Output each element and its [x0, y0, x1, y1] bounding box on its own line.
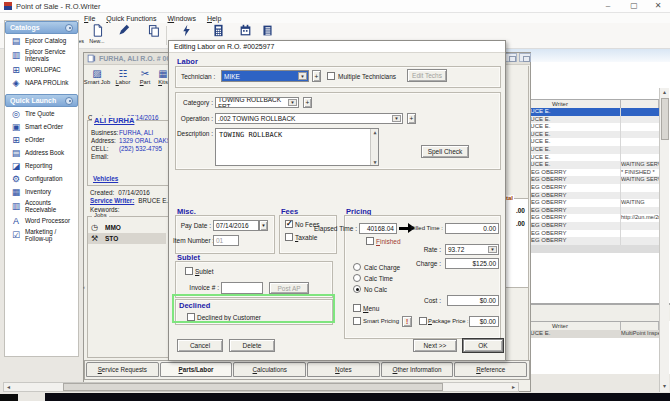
service-writer-link[interactable]: Service Writer:: [90, 197, 134, 204]
sidebar-header-quick-launch[interactable]: Quick Launch: [5, 94, 78, 107]
menu-item[interactable]: File: [84, 15, 95, 22]
package-price-field[interactable]: $0.00: [469, 316, 499, 327]
radio-icon[interactable]: [353, 274, 361, 282]
edit-button[interactable]: [110, 24, 136, 48]
ro-tab[interactable]: Service Requests: [86, 362, 159, 377]
maximize-icon[interactable]: ▢: [624, 0, 644, 12]
menu-checkbox[interactable]: [353, 304, 361, 312]
finished-checkbox[interactable]: [366, 237, 374, 245]
job-row[interactable]: ◷ MMO: [88, 222, 166, 233]
minimize-icon[interactable]: –: [598, 0, 618, 12]
ro-tab[interactable]: Parts/Labor: [160, 362, 233, 377]
smart-pricing-checkbox[interactable]: [353, 317, 361, 325]
vertical-scrollbar[interactable]: ▴ ▾: [659, 88, 669, 392]
pay-date-dropdown[interactable]: ▼: [259, 220, 268, 231]
sidebar-item[interactable]: ▥ Epicor Service Intervals: [5, 47, 78, 63]
post-ap-button[interactable]: Post AP: [269, 282, 309, 294]
category-combo[interactable]: TOWING ROLLBACK FRT ▼: [215, 97, 299, 108]
sidebar-item[interactable]: ▣ Smart eOrder: [5, 120, 78, 133]
elapsed-time-field[interactable]: 40168.04: [359, 223, 397, 234]
ro-tab[interactable]: Notes: [307, 362, 380, 377]
radio-icon[interactable]: [353, 285, 361, 293]
panel-gear-icon[interactable]: [65, 97, 73, 105]
vehicles-link[interactable]: Vehicles: [93, 175, 118, 182]
delete-button[interactable]: Delete: [229, 339, 275, 352]
no-fees-checkbox[interactable]: [285, 220, 293, 228]
smart-pricing-warning-button[interactable]: !: [402, 316, 412, 327]
item-number-field[interactable]: 01: [213, 235, 239, 246]
customer-name-link[interactable]: ALI FURHA: [92, 116, 136, 125]
chevron-down-icon[interactable]: ▼: [288, 99, 297, 106]
chevron-down-icon[interactable]: ▼: [298, 72, 307, 80]
radio-icon[interactable]: [353, 263, 361, 271]
ro-tab[interactable]: Other Information: [381, 362, 454, 377]
sidebar-item[interactable]: ◎ Tire Quote: [5, 107, 78, 120]
labor-button[interactable]: ☷ Labor: [111, 68, 135, 85]
ok-button[interactable]: OK: [463, 339, 503, 352]
sidebar-item[interactable]: ⚙ Configuration: [5, 172, 78, 185]
sidebar-item[interactable]: ⊞ WORLDPAC: [5, 63, 78, 76]
chevron-down-icon[interactable]: ▼: [392, 115, 401, 122]
menu-item[interactable]: Help: [207, 15, 221, 22]
billed-time-field[interactable]: 0.00: [445, 223, 499, 234]
calc-option[interactable]: No Calc: [353, 284, 423, 295]
job-row[interactable]: ⚒ STO: [88, 233, 166, 244]
description-textarea[interactable]: TOWING ROLLBACK ▲ ▼: [215, 128, 379, 166]
next-button[interactable]: Next >>: [413, 339, 457, 352]
menu-item[interactable]: Windows: [168, 15, 196, 22]
invoice-field[interactable]: [221, 282, 263, 294]
textarea-scrollbar[interactable]: ▲ ▼: [370, 129, 378, 165]
chevron-down-icon[interactable]: ▼: [488, 246, 497, 253]
smart-job-button[interactable]: ▨ Smart Job: [85, 68, 109, 85]
sublet-checkbox[interactable]: [185, 267, 193, 275]
sidebar-item[interactable]: ☑ Marketing / Follow-up: [5, 227, 78, 243]
add-technician-button[interactable]: +: [312, 70, 321, 82]
charge-field[interactable]: $125.00: [445, 258, 499, 269]
operation-combo[interactable]: .002 TOWING ROLLBACK ▼: [215, 113, 403, 124]
sidebar-item[interactable]: ◈ NAPA PROLink: [5, 76, 78, 89]
horizontal-scrollbar[interactable]: ◂ ▸: [3, 382, 519, 392]
pay-date-field[interactable]: 07/14/2016: [213, 220, 259, 231]
panel-gear-icon[interactable]: [65, 24, 73, 32]
add-category-button[interactable]: +: [303, 97, 312, 108]
sidebar-item[interactable]: ◪ Reporting: [5, 159, 78, 172]
scroll-left-icon[interactable]: ◂: [4, 383, 13, 391]
cancel-button[interactable]: Cancel: [177, 339, 223, 352]
close-icon[interactable]: ✕: [648, 0, 668, 12]
taxable-checkbox[interactable]: [285, 233, 293, 241]
child-restore-icon[interactable]: [505, 53, 517, 62]
status-column-header[interactable]: [621, 322, 659, 330]
sidebar-item[interactable]: ▤ Epicor Catalog: [5, 34, 78, 47]
dialog-title-bar[interactable]: Editing Labor on R.O. #0025977: [169, 41, 505, 53]
rate-combo[interactable]: 93.72 ▼: [445, 244, 499, 255]
scroll-down-icon[interactable]: ▼: [371, 159, 379, 165]
sidebar-item[interactable]: ⊞ eOrder: [5, 133, 78, 146]
sidebar-item[interactable]: A Word Processor: [5, 214, 78, 227]
spell-check-button[interactable]: Spell Check: [421, 145, 469, 158]
scroll-down-icon[interactable]: ▾: [660, 382, 669, 390]
ro-tab[interactable]: Reference: [454, 362, 527, 377]
multiple-technicians-checkbox[interactable]: [327, 72, 335, 80]
scrollbar-thumb[interactable]: [63, 383, 443, 391]
copy-button[interactable]: [140, 24, 166, 48]
sidebar-item[interactable]: ▦ Inventory: [5, 185, 78, 198]
sidebar-item[interactable]: ▥ Accounts Receivable: [5, 198, 78, 214]
scroll-up-icon[interactable]: ▲: [371, 129, 379, 135]
add-operation-button[interactable]: +: [407, 113, 416, 124]
new-estimate-button[interactable]: New...: [84, 24, 110, 48]
scroll-right-icon[interactable]: ▸: [509, 383, 518, 391]
scroll-up-icon[interactable]: ▴: [660, 88, 669, 96]
sidebar-item[interactable]: ▤ Address Book: [5, 146, 78, 159]
calc-option[interactable]: Calc Time: [353, 273, 423, 284]
sidebar-header-catalogs[interactable]: Catalogs: [5, 21, 78, 34]
splitter-collapse-icon[interactable]: ‹: [83, 284, 85, 290]
status-column-header[interactable]: [621, 100, 659, 108]
cost-field[interactable]: $0.00: [447, 295, 499, 306]
package-price-checkbox[interactable]: [419, 317, 427, 325]
ro-tab[interactable]: Calculations: [233, 362, 306, 377]
menu-item[interactable]: Quick Functions: [106, 15, 156, 22]
child-close-icon[interactable]: [519, 53, 531, 62]
technician-combo[interactable]: MIKE ▼: [221, 70, 309, 82]
edit-techs-button[interactable]: Edit Techs: [407, 69, 447, 82]
scrollbar-thumb[interactable]: [661, 98, 669, 140]
